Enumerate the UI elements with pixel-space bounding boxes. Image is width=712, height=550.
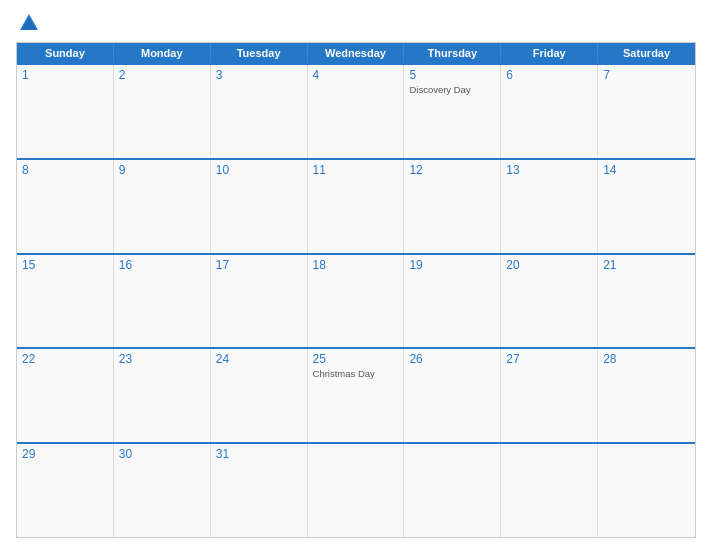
day-number: 6 xyxy=(506,68,592,82)
cal-cell: 26 xyxy=(404,349,501,442)
cal-cell: 30 xyxy=(114,444,211,537)
cal-cell: 18 xyxy=(308,255,405,348)
day-number: 5 xyxy=(409,68,495,82)
cal-header-thursday: Thursday xyxy=(404,43,501,63)
day-number: 22 xyxy=(22,352,108,366)
cal-cell: 12 xyxy=(404,160,501,253)
day-number: 24 xyxy=(216,352,302,366)
cal-cell: 27 xyxy=(501,349,598,442)
day-number: 29 xyxy=(22,447,108,461)
cal-cell: 8 xyxy=(17,160,114,253)
header xyxy=(16,12,696,34)
cal-cell: 13 xyxy=(501,160,598,253)
day-number: 20 xyxy=(506,258,592,272)
day-number: 12 xyxy=(409,163,495,177)
day-number: 15 xyxy=(22,258,108,272)
cal-cell: 9 xyxy=(114,160,211,253)
day-number: 18 xyxy=(313,258,399,272)
day-number: 16 xyxy=(119,258,205,272)
cal-week-1: 12345Discovery Day67 xyxy=(17,63,695,158)
cal-header-friday: Friday xyxy=(501,43,598,63)
day-number: 10 xyxy=(216,163,302,177)
calendar: SundayMondayTuesdayWednesdayThursdayFrid… xyxy=(16,42,696,538)
day-number: 7 xyxy=(603,68,690,82)
day-number: 23 xyxy=(119,352,205,366)
cal-header-monday: Monday xyxy=(114,43,211,63)
day-number: 8 xyxy=(22,163,108,177)
cal-cell: 6 xyxy=(501,65,598,158)
cal-week-4: 22232425Christmas Day262728 xyxy=(17,347,695,442)
cal-cell: 28 xyxy=(598,349,695,442)
cal-cell: 22 xyxy=(17,349,114,442)
cal-header-saturday: Saturday xyxy=(598,43,695,63)
cal-cell: 23 xyxy=(114,349,211,442)
calendar-page: SundayMondayTuesdayWednesdayThursdayFrid… xyxy=(0,0,712,550)
cal-cell: 29 xyxy=(17,444,114,537)
cal-week-5: 293031 xyxy=(17,442,695,537)
logo xyxy=(16,12,40,34)
day-number: 30 xyxy=(119,447,205,461)
cal-cell: 15 xyxy=(17,255,114,348)
cal-cell: 21 xyxy=(598,255,695,348)
cal-cell: 19 xyxy=(404,255,501,348)
day-number: 27 xyxy=(506,352,592,366)
calendar-body: 12345Discovery Day6789101112131415161718… xyxy=(17,63,695,537)
cal-week-2: 891011121314 xyxy=(17,158,695,253)
cal-header-sunday: Sunday xyxy=(17,43,114,63)
cal-header-wednesday: Wednesday xyxy=(308,43,405,63)
cal-cell: 16 xyxy=(114,255,211,348)
holiday-name: Christmas Day xyxy=(313,368,399,379)
cal-cell: 24 xyxy=(211,349,308,442)
day-number: 9 xyxy=(119,163,205,177)
day-number: 1 xyxy=(22,68,108,82)
day-number: 31 xyxy=(216,447,302,461)
cal-cell xyxy=(404,444,501,537)
cal-cell: 2 xyxy=(114,65,211,158)
cal-cell: 14 xyxy=(598,160,695,253)
cal-cell xyxy=(501,444,598,537)
day-number: 14 xyxy=(603,163,690,177)
cal-week-3: 15161718192021 xyxy=(17,253,695,348)
cal-cell: 7 xyxy=(598,65,695,158)
day-number: 28 xyxy=(603,352,690,366)
day-number: 25 xyxy=(313,352,399,366)
cal-cell: 17 xyxy=(211,255,308,348)
holiday-name: Discovery Day xyxy=(409,84,495,95)
cal-cell: 4 xyxy=(308,65,405,158)
day-number: 4 xyxy=(313,68,399,82)
day-number: 21 xyxy=(603,258,690,272)
calendar-header-row: SundayMondayTuesdayWednesdayThursdayFrid… xyxy=(17,43,695,63)
day-number: 3 xyxy=(216,68,302,82)
cal-header-tuesday: Tuesday xyxy=(211,43,308,63)
day-number: 2 xyxy=(119,68,205,82)
cal-cell: 25Christmas Day xyxy=(308,349,405,442)
day-number: 17 xyxy=(216,258,302,272)
cal-cell: 1 xyxy=(17,65,114,158)
day-number: 26 xyxy=(409,352,495,366)
day-number: 19 xyxy=(409,258,495,272)
day-number: 13 xyxy=(506,163,592,177)
cal-cell xyxy=(308,444,405,537)
logo-icon xyxy=(18,12,40,34)
day-number: 11 xyxy=(313,163,399,177)
cal-cell: 11 xyxy=(308,160,405,253)
cal-cell xyxy=(598,444,695,537)
cal-cell: 10 xyxy=(211,160,308,253)
cal-cell: 3 xyxy=(211,65,308,158)
cal-cell: 31 xyxy=(211,444,308,537)
cal-cell: 20 xyxy=(501,255,598,348)
cal-cell: 5Discovery Day xyxy=(404,65,501,158)
